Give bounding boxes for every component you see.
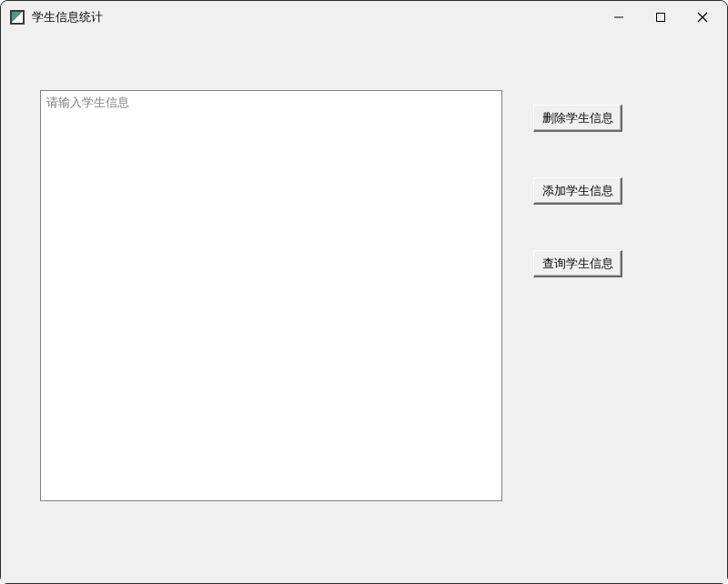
minimize-icon [613,12,624,23]
window-controls [598,1,723,34]
delete-student-button[interactable]: 删除学生信息 [533,105,622,132]
application-window: 学生信息统计 删除学生信息 添加学生信息 [0,0,728,584]
maximize-button[interactable] [640,3,682,32]
window-title: 学生信息统计 [32,9,103,25]
close-icon [697,12,708,23]
student-info-input[interactable] [40,90,502,501]
query-student-button[interactable]: 查询学生信息 [533,250,622,277]
add-student-button[interactable]: 添加学生信息 [533,177,622,205]
client-area: 删除学生信息 添加学生信息 查询学生信息 [1,34,727,583]
app-icon [10,10,25,25]
close-button[interactable] [682,3,723,32]
titlebar: 学生信息统计 [1,1,727,34]
minimize-button[interactable] [598,3,640,32]
svg-rect-1 [657,14,665,22]
maximize-icon [655,12,666,23]
